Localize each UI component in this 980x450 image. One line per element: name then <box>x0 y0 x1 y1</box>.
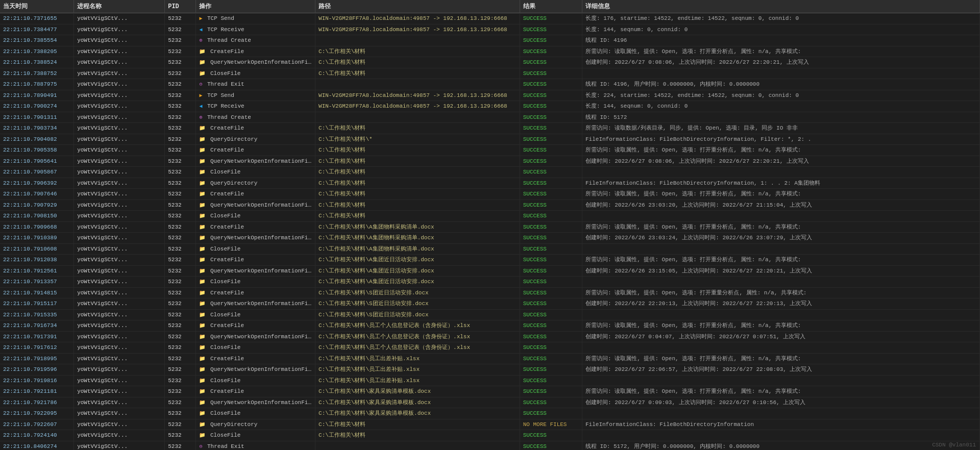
table-row[interactable]: 22:21:10.7890491 yoWtVVigSCtV... 5232 ▶ … <box>0 90 980 101</box>
table-row[interactable]: 22:21:10.7912561 yoWtVVigSCtV... 5232 📁 … <box>0 265 980 277</box>
table-row[interactable]: 22:21:10.7921181 yoWtVVigSCtV... 5232 📁 … <box>0 386 980 397</box>
cell-time: 22:21:10.7913357 <box>0 277 74 288</box>
table-row[interactable]: 22:21:10.7910389 yoWtVVigSCtV... 5232 📁 … <box>0 233 980 244</box>
cell-result: SUCCESS <box>520 408 582 419</box>
table-row[interactable]: 22:21:10.7905867 yoWtVVigSCtV... 5232 📁 … <box>0 167 980 178</box>
cell-result: SUCCESS <box>520 255 582 266</box>
table-row[interactable]: 22:21:10.7384477 yoWtVVigSCtV... 5232 ◀ … <box>0 24 980 35</box>
cell-pid: 5232 <box>165 57 196 68</box>
table-row[interactable]: 22:21:10.7918995 yoWtVVigSCtV... 5232 📁 … <box>0 353 980 364</box>
cell-proc: yoWtVVigSCtV... <box>74 79 165 90</box>
cell-time: 22:21:10.7905358 <box>0 145 74 156</box>
table-row[interactable]: 22:21:10.7924140 yoWtVVigSCtV... 5232 📁 … <box>0 430 980 441</box>
cell-pid: 5232 <box>165 189 196 200</box>
table-row[interactable]: 22:21:10.7388524 yoWtVVigSCtV... 5232 📁 … <box>0 57 980 68</box>
table-row[interactable]: 22:21:10.7922607 yoWtVVigSCtV... 5232 📁 … <box>0 419 980 430</box>
cell-op: 📁 QueryNetworkOpenInformationFile <box>196 233 315 244</box>
table-row[interactable]: 22:21:10.7388752 yoWtVVigSCtV... 5232 📁 … <box>0 68 980 79</box>
table-row[interactable]: 22:21:10.7909668 yoWtVVigSCtV... 5232 📁 … <box>0 221 980 233</box>
table-row[interactable]: 22:21:10.7905641 yoWtVVigSCtV... 5232 📁 … <box>0 156 980 167</box>
table-row[interactable]: 22:21:10.7919596 yoWtVVigSCtV... 5232 📁 … <box>0 364 980 376</box>
cell-proc: yoWtVVigSCtV... <box>74 298 165 310</box>
cell-path: C:\工作相关\材料\员工出差补贴.xlsx <box>315 353 520 364</box>
table-row[interactable]: 22:21:10.7915117 yoWtVVigSCtV... 5232 📁 … <box>0 298 980 310</box>
cell-result: SUCCESS <box>520 134 582 145</box>
col-header-op[interactable]: 操作 <box>196 0 315 13</box>
cell-result: SUCCESS <box>520 287 582 298</box>
cell-path: C:\工作相关\材料\S团近日活动安排.docx <box>315 287 520 298</box>
cell-op: 📁 QueryDirectory <box>196 134 315 145</box>
cell-pid: 5232 <box>165 287 196 298</box>
main-table-container[interactable]: 当天时间 进程名称 PID 操作 路径 结果 详细信息 22:21:10.737… <box>0 0 980 450</box>
op-icon: 📁 <box>199 322 205 330</box>
table-row[interactable]: 22:21:10.7910608 yoWtVVigSCtV... 5232 📁 … <box>0 243 980 255</box>
col-header-result[interactable]: 结果 <box>520 0 582 13</box>
cell-proc: yoWtVVigSCtV... <box>74 101 165 112</box>
table-row[interactable]: 22:21:10.7905358 yoWtVVigSCtV... 5232 📁 … <box>0 145 980 156</box>
table-row[interactable]: 22:21:10.7917391 yoWtVVigSCtV... 5232 📁 … <box>0 331 980 342</box>
table-row[interactable]: 22:21:10.7900274 yoWtVVigSCtV... 5232 ◀ … <box>0 101 980 112</box>
cell-detail: 创建时间: 2022/6/27 22:06:57, 上次访问时间: 2022/6… <box>582 364 980 376</box>
table-row[interactable]: 22:21:10.7907929 yoWtVVigSCtV... 5232 📁 … <box>0 199 980 211</box>
op-label: CloseFile <box>210 312 240 318</box>
cell-result: SUCCESS <box>520 298 582 310</box>
col-header-proc[interactable]: 进程名称 <box>74 0 165 13</box>
col-header-detail[interactable]: 详细信息 <box>582 0 980 13</box>
op-label: CloseFile <box>210 246 240 252</box>
table-row[interactable]: 22:21:10.7916734 yoWtVVigSCtV... 5232 📁 … <box>0 320 980 332</box>
table-row[interactable]: 22:21:10.7388205 yoWtVVigSCtV... 5232 📁 … <box>0 46 980 57</box>
table-row[interactable]: 22:21:10.7914815 yoWtVVigSCtV... 5232 📁 … <box>0 287 980 298</box>
table-row[interactable]: 22:21:10.7903734 yoWtVVigSCtV... 5232 📁 … <box>0 123 980 134</box>
col-header-time[interactable]: 当天时间 <box>0 0 74 13</box>
cell-result: SUCCESS <box>520 35 582 46</box>
cell-detail: 所需访问: 读取属性, 提供: Open, 选项: 打开重分析点, 属性: n/… <box>582 353 980 364</box>
cell-proc: yoWtVVigSCtV... <box>74 57 165 68</box>
col-header-path[interactable]: 路径 <box>315 0 520 13</box>
cell-proc: yoWtVVigSCtV... <box>74 211 165 222</box>
cell-detail: 创建时间: 2022/6/26 23:03:20, 上次访问时间: 2022/6… <box>582 199 980 211</box>
cell-time: 22:21:10.7910389 <box>0 233 74 244</box>
cell-pid: 5232 <box>165 353 196 364</box>
table-row[interactable]: 22:21:10.7908150 yoWtVVigSCtV... 5232 📁 … <box>0 211 980 222</box>
cell-pid: 5232 <box>165 123 196 134</box>
cell-pid: 5232 <box>165 13 196 24</box>
table-row[interactable]: 22:21:10.8406274 yoWtVVigSCtV... 5232 ⊖ … <box>0 441 980 450</box>
table-row[interactable]: 22:21:10.7919816 yoWtVVigSCtV... 5232 📁 … <box>0 375 980 386</box>
cell-pid: 5232 <box>165 386 196 397</box>
table-row[interactable]: 22:21:10.7921786 yoWtVVigSCtV... 5232 📁 … <box>0 397 980 408</box>
cell-pid: 5232 <box>165 309 196 320</box>
table-row[interactable]: 22:21:10.7904082 yoWtVVigSCtV... 5232 📁 … <box>0 134 980 145</box>
cell-path <box>315 35 520 46</box>
table-row[interactable]: 22:21:10.7917612 yoWtVVigSCtV... 5232 📁 … <box>0 342 980 354</box>
cell-proc: yoWtVVigSCtV... <box>74 375 165 386</box>
cell-op: 📁 CloseFile <box>196 309 315 320</box>
table-row[interactable]: 22:21:10.7385554 yoWtVVigSCtV... 5232 ⊕ … <box>0 35 980 46</box>
table-body: 22:21:10.7371655 yoWtVVigSCtV... 5232 ▶ … <box>0 13 980 451</box>
table-row[interactable]: 22:21:10.7912038 yoWtVVigSCtV... 5232 📁 … <box>0 255 980 266</box>
op-icon: 📁 <box>199 202 205 209</box>
table-row[interactable]: 22:21:10.7907646 yoWtVVigSCtV... 5232 📁 … <box>0 189 980 200</box>
cell-time: 22:21:10.7388752 <box>0 68 74 79</box>
cell-time: 22:21:10.7918995 <box>0 353 74 364</box>
table-header-row: 当天时间 进程名称 PID 操作 路径 结果 详细信息 <box>0 0 980 13</box>
cell-time: 22:21:10.7915335 <box>0 309 74 320</box>
cell-detail: FileInformationClass: FileBothDirectoryI… <box>582 134 980 145</box>
table-row[interactable]: 22:21:10.7901311 yoWtVVigSCtV... 5232 ⊕ … <box>0 112 980 123</box>
table-row[interactable]: 22:21:10.7887975 yoWtVVigSCtV... 5232 ⊖ … <box>0 79 980 90</box>
cell-time: 22:21:10.7922607 <box>0 419 74 430</box>
table-row[interactable]: 22:21:10.7371655 yoWtVVigSCtV... 5232 ▶ … <box>0 13 980 24</box>
table-row[interactable]: 22:21:10.7915335 yoWtVVigSCtV... 5232 📁 … <box>0 309 980 320</box>
table-row[interactable]: 22:21:10.7922095 yoWtVVigSCtV... 5232 📁 … <box>0 408 980 419</box>
op-icon: 📁 <box>199 333 205 341</box>
table-row[interactable]: 22:21:10.7906392 yoWtVVigSCtV... 5232 📁 … <box>0 178 980 189</box>
cell-proc: yoWtVVigSCtV... <box>74 46 165 57</box>
table-row[interactable]: 22:21:10.7913357 yoWtVVigSCtV... 5232 📁 … <box>0 277 980 288</box>
col-header-pid[interactable]: PID <box>165 0 196 13</box>
cell-detail: 创建时间: 2022/6/27 0:08:06, 上次访问时间: 2022/6/… <box>582 57 980 68</box>
cell-path: C:\工作相关\材料\A集团近日活动安排.docx <box>315 265 520 277</box>
cell-detail <box>582 243 980 255</box>
cell-proc: yoWtVVigSCtV... <box>74 178 165 189</box>
cell-path <box>315 441 520 450</box>
cell-pid: 5232 <box>165 35 196 46</box>
cell-result: SUCCESS <box>520 68 582 79</box>
